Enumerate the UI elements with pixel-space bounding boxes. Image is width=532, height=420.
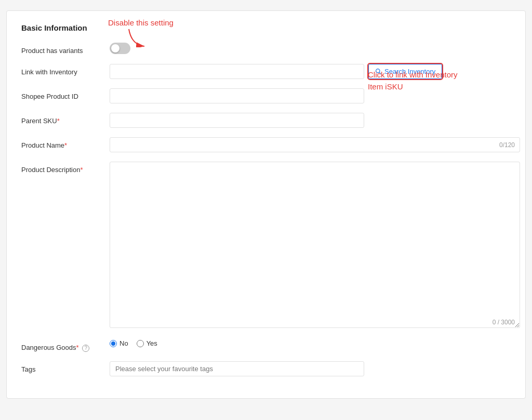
product-name-input[interactable] <box>110 137 520 152</box>
basic-information-card: Basic Information Disable this setting C… <box>6 10 526 399</box>
product-name-required: * <box>64 141 67 149</box>
dangerous-goods-info-icon[interactable]: ? <box>82 345 89 352</box>
product-description-char-count: 0 / 3000 <box>493 319 515 326</box>
product-has-variants-toggle[interactable] <box>110 43 130 54</box>
parent-sku-row: Parent SKU* <box>21 113 511 128</box>
product-description-textarea[interactable] <box>110 162 520 328</box>
dangerous-goods-no-label: No <box>119 339 128 347</box>
toggle-slider <box>110 43 130 54</box>
click-to-link-annotation: Click to link with Inventory Item iSKU <box>368 69 472 93</box>
product-description-row: Product Description* 0 / 3000 <box>21 162 511 330</box>
parent-sku-input[interactable] <box>110 113 364 128</box>
tags-label: Tags <box>21 361 110 373</box>
dangerous-goods-label: Dangerous Goods* ? <box>21 339 110 352</box>
product-name-row: Product Name* 0/120 <box>21 137 511 152</box>
dangerous-goods-required: * <box>76 344 79 351</box>
shopee-product-id-label: Shopee Product ID <box>21 88 110 100</box>
product-name-wrap: 0/120 <box>110 137 520 152</box>
product-has-variants-row: Product has variants <box>21 43 511 55</box>
disable-annotation-text: Disable this setting <box>108 18 174 27</box>
dangerous-goods-no-radio[interactable] <box>110 340 117 347</box>
shopee-product-id-input[interactable] <box>110 88 364 103</box>
dangerous-goods-yes-radio[interactable] <box>137 340 144 347</box>
link-with-inventory-input[interactable] <box>110 64 364 79</box>
dangerous-goods-no-option[interactable]: No <box>110 339 128 347</box>
tags-input[interactable] <box>110 361 364 376</box>
dangerous-goods-radio-group: No Yes <box>110 339 157 347</box>
dangerous-goods-yes-option[interactable]: Yes <box>137 339 157 347</box>
dangerous-goods-control: No Yes <box>110 339 511 347</box>
parent-sku-required: * <box>57 117 60 125</box>
product-description-wrap: 0 / 3000 <box>110 162 520 330</box>
product-has-variants-control <box>110 43 511 54</box>
section-title: Basic Information <box>21 23 511 32</box>
disable-annotation: Disable this setting <box>108 18 174 27</box>
product-description-required: * <box>80 166 83 174</box>
product-name-control: 0/120 <box>110 137 520 152</box>
tags-control <box>110 361 511 376</box>
product-name-label: Product Name* <box>21 137 110 149</box>
link-with-inventory-label: Link with Inventory <box>21 64 110 76</box>
dangerous-goods-yes-label: Yes <box>147 339 157 347</box>
dangerous-goods-row: Dangerous Goods* ? No Yes <box>21 339 511 352</box>
product-description-label: Product Description* <box>21 162 110 174</box>
product-description-control: 0 / 3000 <box>110 162 520 330</box>
parent-sku-control <box>110 113 511 128</box>
parent-sku-label: Parent SKU* <box>21 113 110 125</box>
product-has-variants-label: Product has variants <box>21 43 110 55</box>
product-name-char-count: 0/120 <box>499 141 515 149</box>
tags-row: Tags <box>21 361 511 376</box>
